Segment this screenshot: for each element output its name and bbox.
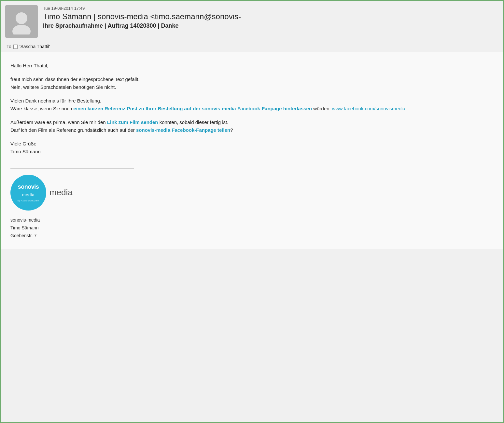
logo-circle: sonovis media by Audioproduzent	[10, 175, 46, 211]
email-header: Tue 19-08-2014 17:49 Timo Sämann | sonov…	[1, 1, 503, 41]
signature-divider	[10, 169, 134, 169]
logo-tagline-text: by Audioproduzent	[18, 199, 39, 203]
paragraph-2: Vielen Dank nochmals für Ihre Bestellung…	[10, 97, 494, 113]
para2-line2-before: Wäre klasse, wenn Sie noch	[10, 106, 73, 111]
logo-area: sonovis media by Audioproduzent media	[10, 175, 494, 211]
to-label: To	[7, 44, 11, 49]
facebook-url-link[interactable]: www.facebook.com/sonovismedia	[332, 106, 405, 111]
email-body: Hallo Herr Thattil, freut mich sehr, das…	[1, 52, 503, 249]
sig-contact: sonovis-media Timo Sämann Goebenstr. 7	[10, 216, 494, 239]
fanpage-share-link[interactable]: sonovis-media Facebook-Fanpage teilen	[136, 127, 230, 133]
email-sender: Timo Sämann | sonovis-media <timo.saeman…	[43, 12, 497, 21]
closing-line2: Timo Sämann	[10, 149, 41, 154]
closing-line1: Viele Grüße	[10, 141, 36, 146]
to-checkbox[interactable]	[13, 45, 18, 49]
para1-line1: freut mich sehr, dass Ihnen der eingespr…	[10, 76, 140, 82]
closing: Viele Grüße Timo Sämann	[10, 140, 494, 156]
email-to-row: To 'Sascha Thattil'	[1, 41, 503, 52]
logo-media-text: media	[18, 192, 39, 198]
para3-line2-after: ?	[230, 127, 233, 133]
paragraph-3: Außerdem wäre es prima, wenn Sie mir den…	[10, 118, 494, 134]
email-container: Tue 19-08-2014 17:49 Timo Sämann | sonov…	[0, 0, 504, 423]
header-info: Tue 19-08-2014 17:49 Timo Sämann | sonov…	[43, 5, 497, 29]
signature-section: sonovis media by Audioproduzent media so…	[10, 162, 494, 239]
greeting-text: Hallo Herr Thattil,	[10, 63, 48, 68]
facebook-post-link[interactable]: einen kurzen Referenz-Post zu Ihrer Best…	[73, 106, 312, 111]
logo-sonovis-text: sonovis	[18, 182, 39, 192]
para3-before: Außerdem wäre es prima, wenn Sie mir den	[10, 119, 107, 125]
para3-line2-before: Darf ich den Film als Referenz grundsätz…	[10, 127, 136, 133]
para2-line2-after: würden:	[312, 106, 332, 111]
email-date: Tue 19-08-2014 17:49	[43, 6, 497, 11]
sig-name: Timo Sämann	[10, 224, 494, 232]
to-recipient: 'Sascha Thattil'	[20, 44, 50, 49]
sig-address: Goebenstr. 7	[10, 232, 494, 240]
avatar	[5, 5, 38, 38]
para1-line2: Nein, weitere Sprachdateien benötigen Si…	[10, 84, 116, 90]
para2-line1: Vielen Dank nochmals für Ihre Bestellung…	[10, 98, 101, 103]
film-link[interactable]: Link zum Film senden	[107, 119, 158, 125]
para3-after: könnten, sobald dieser fertig ist.	[158, 119, 228, 125]
logo-text-right-media: media	[49, 187, 73, 197]
svg-point-1	[12, 25, 31, 34]
svg-point-0	[16, 12, 27, 24]
email-subject: Ihre Sprachaufnahme | Auftrag 14020300 |…	[43, 22, 497, 29]
greeting: Hallo Herr Thattil,	[10, 62, 494, 70]
paragraph-1: freut mich sehr, dass Ihnen der eingespr…	[10, 75, 494, 91]
sig-company: sonovis-media	[10, 216, 494, 224]
